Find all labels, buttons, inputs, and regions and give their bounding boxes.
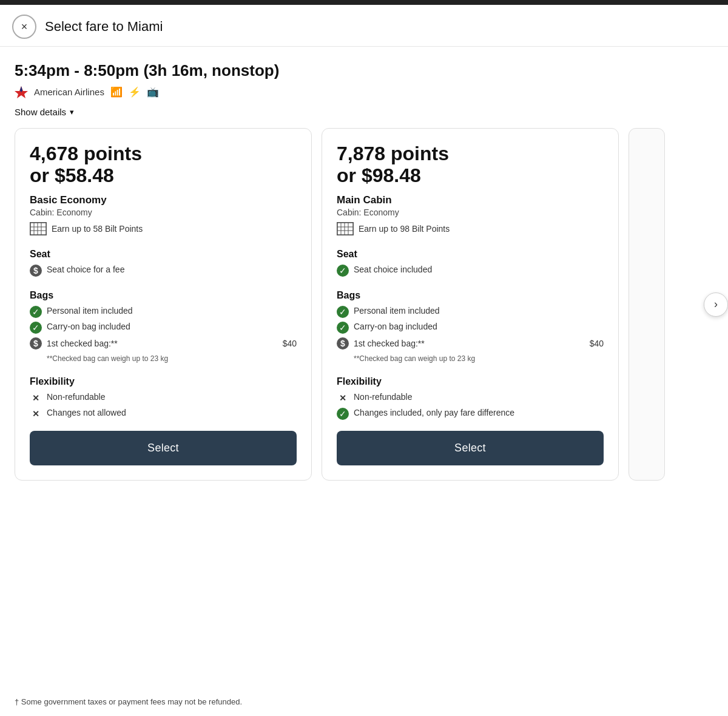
bags-title-2: Bags bbox=[337, 290, 604, 301]
bag-note-1: **Checked bag can weigh up to 23 kg bbox=[30, 354, 297, 363]
top-bar bbox=[0, 0, 728, 5]
flight-time: 5:34pm - 8:50pm (3h 16m, nonstop) bbox=[15, 61, 713, 80]
bilt-icon-1 bbox=[30, 222, 47, 235]
seat-title-2: Seat bbox=[337, 249, 604, 260]
footer-note: † Some government taxes or payment fees … bbox=[0, 685, 257, 716]
x-icon-changes-1: ✕ bbox=[30, 408, 42, 420]
bag-checked-price-2: $40 bbox=[590, 339, 604, 348]
flight-info: 5:34pm - 8:50pm (3h 16m, nonstop) Americ… bbox=[0, 47, 728, 117]
fare-points-1: 4,678 points bbox=[30, 143, 297, 164]
fare-cabin-2: Cabin: Economy bbox=[337, 208, 604, 217]
bag-checked-price-1: $40 bbox=[283, 339, 297, 348]
dollar-icon-bag-1: $ bbox=[30, 337, 42, 350]
airline-row: American Airlines 📶 ⚡ 📺 bbox=[15, 85, 713, 98]
airline-logo bbox=[15, 85, 28, 98]
cards-container: 4,678 points or $58.48 Basic Economy Cab… bbox=[0, 128, 698, 481]
check-icon-carryon-2: ✓ bbox=[337, 322, 349, 334]
check-icon-seat-2: ✓ bbox=[337, 265, 349, 277]
flexibility-changes-1: ✕ Changes not allowed bbox=[30, 408, 297, 420]
bag-personal-2: ✓ Personal item included bbox=[337, 306, 604, 318]
airline-name: American Airlines bbox=[34, 87, 104, 97]
fare-price-value-2: $98.48 bbox=[362, 164, 421, 186]
select-button-main[interactable]: Select bbox=[337, 431, 604, 465]
fare-class-name-1: Basic Economy bbox=[30, 194, 297, 206]
seat-title-1: Seat bbox=[30, 249, 297, 260]
cards-wrapper: 4,678 points or $58.48 Basic Economy Cab… bbox=[0, 128, 728, 481]
bilt-row-2: Earn up to 98 Bilt Points bbox=[337, 222, 604, 235]
flexibility-title-2: Flexibility bbox=[337, 376, 604, 387]
check-icon-personal-2: ✓ bbox=[337, 306, 349, 318]
flexibility-refund-2: ✕ Non-refundable bbox=[337, 392, 604, 404]
flexibility-title-1: Flexibility bbox=[30, 376, 297, 387]
bilt-row-1: Earn up to 58 Bilt Points bbox=[30, 222, 297, 235]
seat-feature-text-2: Seat choice included bbox=[354, 265, 432, 274]
fare-card-main-cabin: 7,878 points or $98.48 Main Cabin Cabin:… bbox=[322, 128, 619, 481]
page-title: Select fare to Miami bbox=[45, 19, 163, 35]
screen-icon: 📺 bbox=[147, 86, 159, 98]
fare-class-name-2: Main Cabin bbox=[337, 194, 604, 206]
flexibility-changes-2: ✓ Changes included, only pay fare differ… bbox=[337, 408, 604, 420]
bag-personal-1: ✓ Personal item included bbox=[30, 306, 297, 318]
show-details-label: Show details bbox=[15, 107, 66, 117]
dollar-icon-seat-1: $ bbox=[30, 265, 42, 277]
show-details-button[interactable]: Show details ▾ bbox=[15, 107, 74, 117]
fare-cabin-1: Cabin: Economy bbox=[30, 208, 297, 217]
flexibility-refund-1: ✕ Non-refundable bbox=[30, 392, 297, 404]
close-button[interactable]: × bbox=[12, 15, 36, 39]
fare-price-1: or $58.48 bbox=[30, 164, 297, 187]
seat-feature-1: $ Seat choice for a fee bbox=[30, 265, 297, 277]
bilt-icon-2 bbox=[337, 222, 354, 235]
x-icon-refund-2: ✕ bbox=[337, 392, 349, 404]
check-icon-carryon-1: ✓ bbox=[30, 322, 42, 334]
svg-rect-8 bbox=[337, 223, 353, 235]
seat-feature-2: ✓ Seat choice included bbox=[337, 265, 604, 277]
dollar-icon-bag-2: $ bbox=[337, 337, 349, 350]
bag-carryon-2: ✓ Carry-on bag included bbox=[337, 322, 604, 334]
fare-or-2: or bbox=[337, 164, 356, 186]
fare-card-basic-economy: 4,678 points or $58.48 Basic Economy Cab… bbox=[15, 128, 312, 481]
fare-price-2: or $98.48 bbox=[337, 164, 604, 187]
seat-feature-text-1: Seat choice for a fee bbox=[47, 265, 124, 274]
check-icon-changes-2: ✓ bbox=[337, 408, 349, 420]
bilt-text-2: Earn up to 98 Bilt Points bbox=[359, 224, 450, 234]
check-icon-personal-1: ✓ bbox=[30, 306, 42, 318]
header: × Select fare to Miami bbox=[0, 5, 728, 47]
x-icon-refund-1: ✕ bbox=[30, 392, 42, 404]
bags-title-1: Bags bbox=[30, 290, 297, 301]
fare-price-value-1: $58.48 bbox=[55, 164, 114, 186]
fare-or-1: or bbox=[30, 164, 49, 186]
svg-rect-2 bbox=[30, 223, 46, 235]
bag-carryon-1: ✓ Carry-on bag included bbox=[30, 322, 297, 334]
select-button-basic[interactable]: Select bbox=[30, 431, 297, 465]
next-button[interactable]: › bbox=[704, 292, 728, 317]
chevron-down-icon: ▾ bbox=[70, 107, 74, 117]
bilt-text-1: Earn up to 58 Bilt Points bbox=[52, 224, 143, 234]
bag-note-2: **Checked bag can weigh up to 23 kg bbox=[337, 354, 604, 363]
bag-checked-2: $ 1st checked bag:** $40 bbox=[337, 337, 604, 350]
fare-card-partial bbox=[629, 128, 665, 481]
bag-checked-1: $ 1st checked bag:** $40 bbox=[30, 337, 297, 350]
wifi-icon: 📶 bbox=[110, 86, 123, 98]
fare-points-2: 7,878 points bbox=[337, 143, 604, 164]
power-icon: ⚡ bbox=[129, 86, 141, 98]
